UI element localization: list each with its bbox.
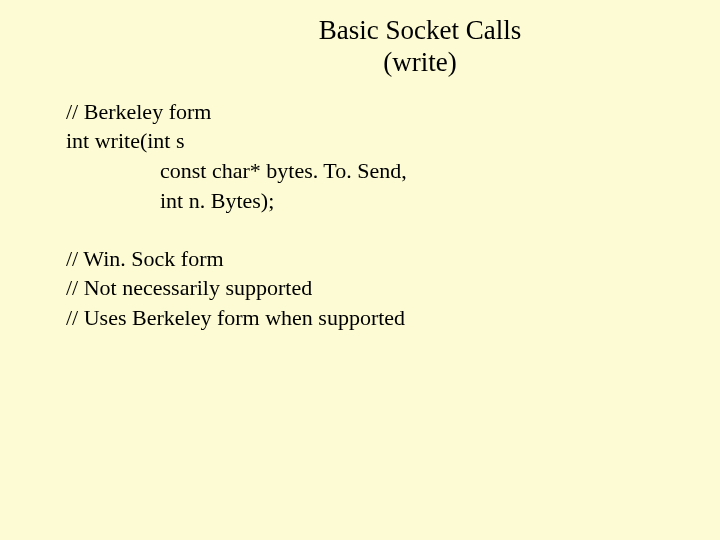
code-line-write: int write(int s — [66, 126, 720, 156]
title-line-1: Basic Socket Calls — [120, 14, 720, 46]
code-comment-winsock: // Win. Sock form — [66, 244, 720, 274]
code-line-param2: int n. Bytes); — [66, 186, 720, 216]
slide-title: Basic Socket Calls (write) — [0, 0, 720, 79]
slide-content: // Berkeley form int write(int s const c… — [0, 79, 720, 333]
code-line-param1: const char* bytes. To. Send, — [66, 156, 720, 186]
code-comment-berkeley: // Berkeley form — [66, 97, 720, 127]
spacer — [66, 216, 720, 244]
code-comment-not-supported: // Not necessarily supported — [66, 273, 720, 303]
slide: Basic Socket Calls (write) // Berkeley f… — [0, 0, 720, 540]
title-line-2: (write) — [120, 46, 720, 78]
code-comment-uses-berkeley: // Uses Berkeley form when supported — [66, 303, 720, 333]
